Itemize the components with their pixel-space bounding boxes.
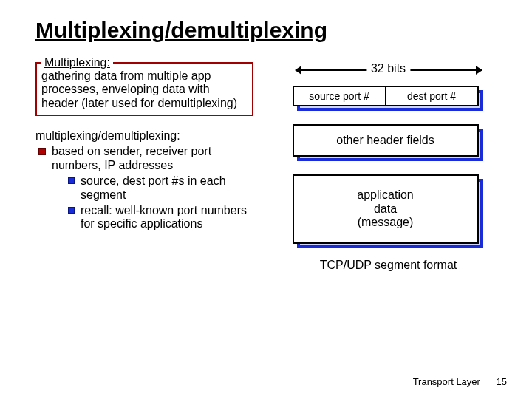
subbullet-1-text: source, dest port #s in each segment [81,174,253,202]
multiplexing-box: Multiplexing: gathering data from multip… [35,62,253,116]
slide-title: Multiplexing/demultiplexing [35,18,505,43]
dest-port-cell: dest port # [386,87,477,105]
source-port-cell: source port # [294,87,386,105]
square-bullet-icon [68,207,75,214]
app-data-text: application data (message) [357,188,414,229]
footer-page-number: 15 [497,376,507,387]
subbullet-2-text: recall: well-known port numbers for spec… [81,204,253,232]
other-header-row: other header fields [293,124,479,157]
footer-section: Transport Layer [413,376,480,387]
square-bullet-icon [38,148,46,155]
slide-footer: Transport Layer 15 [413,376,507,387]
diagram-caption: TCP/UDP segment format [293,259,485,272]
other-header-text: other header fields [336,134,434,147]
square-bullet-icon [68,177,75,184]
port-row: source port # dest port # [293,86,479,106]
subbullet-2: recall: well-known port numbers for spec… [68,204,253,232]
bullet-1-text: based on sender, receiver port numbers, … [52,145,253,173]
body-heading: multiplexing/demultiplexing: [35,129,253,143]
bullet-1: based on sender, receiver port numbers, … [35,145,253,231]
box-legend: Multiplexing: [41,56,113,69]
subbullet-1: source, dest port #s in each segment [68,174,253,202]
box-body: gathering data from multiple app process… [41,69,248,110]
bits-indicator: 32 bits [296,62,482,81]
app-data-row: application data (message) [293,174,479,244]
segment-diagram: 32 bits source port # dest port # other … [293,62,485,272]
bits-label: 32 bits [366,62,410,75]
